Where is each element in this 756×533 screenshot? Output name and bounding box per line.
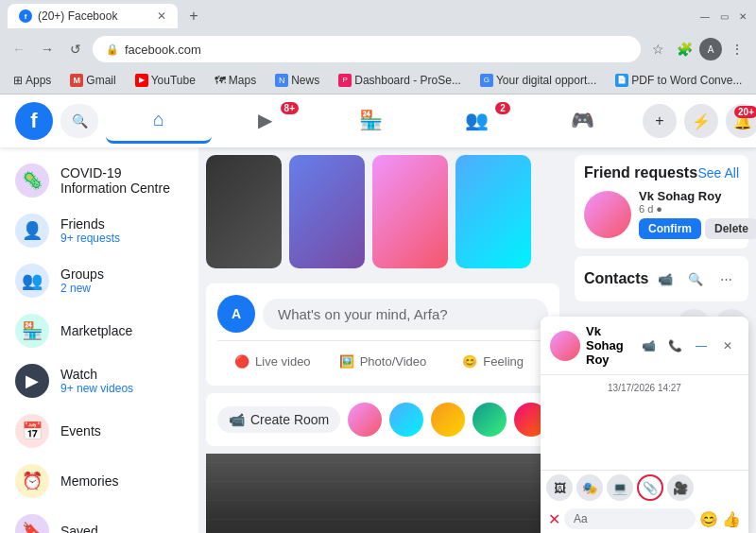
video-call-header-btn[interactable]: 📹 (637, 335, 660, 357)
sidebar-item-covid[interactable]: 🦠 COVID-19 Information Centre (4, 156, 195, 205)
close-btn[interactable]: ✕ (737, 10, 748, 22)
live-icon: 🔴 (234, 354, 249, 369)
pdf-icon: 📄 (615, 74, 628, 87)
maximize-btn[interactable]: ▭ (718, 10, 730, 22)
refresh-button[interactable]: ↺ (64, 38, 87, 60)
extension-btn[interactable]: 🧩 (673, 38, 696, 60)
browser-chrome: f (20+) Facebook ✕ + — ▭ ✕ ← → ↺ 🔒 faceb… (0, 0, 756, 95)
chat-emoji-btn[interactable]: 😊 (699, 510, 718, 528)
chat-attachment-btn[interactable]: 📎 (637, 474, 663, 501)
bookmark-youtube[interactable]: ▶ YouTube (129, 72, 201, 89)
chat-sticker-btn[interactable]: 💻 (607, 474, 633, 501)
bookmark-apps[interactable]: ⊞ Apps (8, 72, 57, 89)
bookmark-btn[interactable]: ☆ (646, 38, 669, 60)
sidebar-item-label: Friends (60, 216, 120, 232)
sidebar-item-events[interactable]: 📅 Events (4, 406, 195, 456)
bookmark-digital[interactable]: G Your digital opport... (474, 72, 602, 89)
search-button[interactable]: 🔍 (60, 104, 98, 138)
sidebar-label-covid: COVID-19 Information Centre (60, 165, 183, 196)
create-room-button[interactable]: 📹 Create Room (217, 406, 340, 433)
bookmark-maps[interactable]: 🗺 Maps (209, 72, 262, 89)
tab-close-btn[interactable]: ✕ (157, 9, 166, 23)
delete-button[interactable]: Delete (705, 218, 756, 239)
forward-button[interactable]: → (36, 38, 59, 60)
story-card[interactable] (372, 155, 448, 268)
confirm-button[interactable]: Confirm (639, 218, 701, 239)
story-card[interactable] (455, 155, 531, 268)
youtube-icon: ▶ (135, 74, 148, 87)
settings-btn[interactable]: ⋮ (726, 38, 748, 60)
sidebar-label-watch: Watch 9+ new videos (60, 367, 133, 395)
groups-sub-label: 2 new (60, 282, 104, 295)
chat-video-btn[interactable]: 🎥 (667, 474, 694, 501)
bookmark-prose[interactable]: P Dashboard - ProSe... (333, 72, 467, 89)
sidebar-item-saved[interactable]: 🔖 Saved (4, 507, 195, 533)
profile-button[interactable]: A (699, 38, 722, 60)
contacts-title: Contacts (584, 270, 648, 287)
composer-avatar: A (217, 295, 255, 333)
sidebar-item-label: Memories (60, 473, 118, 489)
live-video-btn[interactable]: 🔴 Live video (217, 349, 328, 374)
nav-video-btn[interactable]: ▶ 8+ (212, 98, 318, 144)
friend-actions: Confirm Delete (639, 218, 756, 239)
photo-video-btn[interactable]: 🖼️ Photo/Video (328, 349, 438, 374)
bookmark-gmail[interactable]: M Gmail (64, 72, 121, 89)
plus-icon: + (655, 112, 663, 129)
chat-like-btn[interactable]: 👍 (722, 510, 741, 528)
room-avatar-2 (389, 403, 423, 437)
sidebar-item-memories[interactable]: ⏰ Memories (4, 456, 195, 506)
home-icon: ⌂ (153, 109, 164, 130)
address-input[interactable]: 🔒 facebook.com (93, 36, 641, 62)
bookmark-label: PDF to Word Conve... (631, 74, 742, 87)
sidebar-label-memories: Memories (60, 473, 118, 489)
back-button[interactable]: ← (8, 38, 30, 60)
nav-home-btn[interactable]: ⌂ (106, 98, 212, 144)
video-call-btn[interactable]: 📹 (652, 266, 679, 292)
prose-icon: P (338, 74, 352, 87)
bookmark-pdf[interactable]: 📄 PDF to Word Conve... (610, 72, 747, 89)
video-badge: 8+ (281, 102, 299, 114)
room-avatar-4 (472, 403, 507, 437)
story-card[interactable] (289, 155, 365, 268)
close-chat-btn[interactable]: ✕ (716, 335, 739, 357)
minimize-chat-btn[interactable]: — (690, 335, 713, 357)
new-tab-button[interactable]: + (181, 4, 206, 28)
remove-attachment-btn[interactable]: ✕ (548, 510, 560, 528)
chat-gif-btn[interactable]: 🎭 (576, 474, 603, 501)
nav-marketplace-btn[interactable]: 🏪 (318, 98, 423, 144)
browser-tab[interactable]: f (20+) Facebook ✕ (8, 4, 178, 28)
address-bar: ← → ↺ 🔒 facebook.com ☆ 🧩 A ⋮ (0, 32, 756, 66)
photo-label: Photo/Video (360, 354, 427, 369)
friend-time: 6 d ● (639, 203, 756, 215)
messenger-btn[interactable]: ⚡ (684, 104, 718, 138)
sidebar-item-watch[interactable]: ▶ Watch 9+ new videos (4, 356, 195, 405)
contacts-header: Contacts 📹 🔍 ⋯ (584, 266, 739, 292)
sidebar-item-groups[interactable]: 👥 Groups 2 new (4, 256, 195, 305)
friends-icon: 👤 (15, 214, 49, 248)
watch-sub-label: 9+ new videos (60, 382, 133, 395)
bookmark-news[interactable]: N News (269, 72, 325, 89)
composer-input[interactable]: What's on your mind, Arfa? (263, 299, 548, 330)
story-card[interactable] (206, 155, 282, 268)
nav-gaming-btn[interactable]: 🎮 (529, 98, 635, 144)
room-label: Create Room (250, 412, 329, 427)
story-bar (198, 147, 567, 276)
sidebar-item-marketplace[interactable]: 🏪 Marketplace (4, 306, 195, 355)
create-btn[interactable]: + (643, 104, 677, 138)
chat-image-btn[interactable]: 🖼 (546, 474, 573, 501)
voice-call-header-btn[interactable]: 📞 (663, 335, 686, 357)
browser-action-buttons: ☆ 🧩 A ⋮ (646, 38, 748, 60)
feeling-btn[interactable]: 😊 Feeling (438, 349, 548, 374)
sidebar-item-friends[interactable]: 👤 Friends 9+ requests (4, 206, 195, 255)
sidebar-item-label: Marketplace (60, 323, 132, 338)
more-contacts-btn[interactable]: ⋯ (713, 266, 739, 292)
notifications-btn[interactable]: 🔔 20+ (726, 104, 756, 138)
search-contacts-btn[interactable]: 🔍 (682, 266, 709, 292)
minimize-btn[interactable]: — (699, 10, 711, 22)
see-all-link[interactable]: See All (697, 165, 739, 181)
left-sidebar: 🦠 COVID-19 Information Centre 👤 Friends … (0, 147, 198, 533)
chat-input-field[interactable]: Aa (564, 508, 696, 529)
tab-title: (20+) Facebook (38, 9, 151, 23)
nav-groups-btn[interactable]: 👥 2 (423, 98, 529, 144)
bookmark-label: Maps (229, 74, 256, 87)
